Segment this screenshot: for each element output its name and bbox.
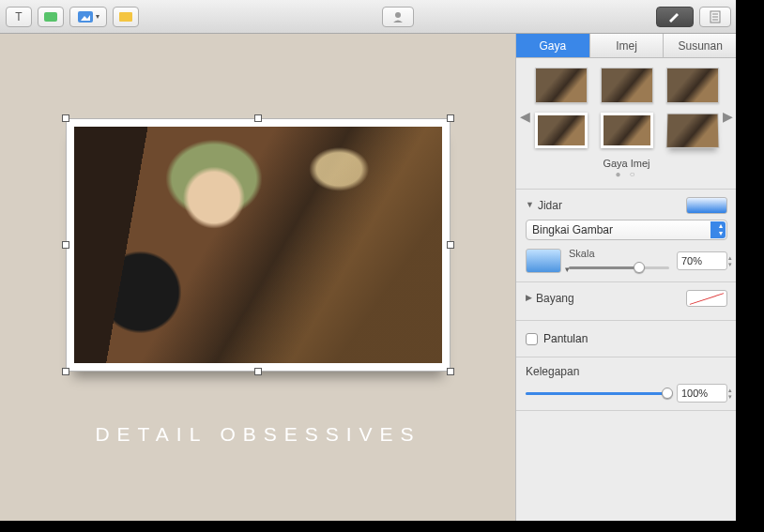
styles-label: Gaya Imej: [524, 158, 729, 169]
paintbrush-icon: [667, 11, 682, 23]
style-thumb[interactable]: [665, 114, 719, 148]
tab-style[interactable]: Gaya: [516, 34, 590, 57]
resize-handle[interactable]: [62, 368, 69, 375]
shape-icon: [44, 12, 57, 22]
collaborate-button[interactable]: [382, 7, 414, 27]
resize-handle[interactable]: [62, 241, 69, 249]
shadow-section: ▶ Bayang: [516, 281, 737, 320]
style-thumb[interactable]: [601, 113, 653, 148]
toolbar: T ▾: [0, 0, 737, 34]
shadow-style-swatch[interactable]: [686, 290, 727, 307]
opacity-section: Kelegapan 100% ▴▾: [516, 357, 737, 411]
image-content: [74, 127, 442, 363]
shadow-title: Bayang: [536, 292, 574, 305]
text-icon: T: [15, 10, 22, 23]
shape-tool-button[interactable]: [38, 7, 64, 27]
frame-preset-button[interactable]: [526, 249, 561, 273]
resize-handle[interactable]: [62, 114, 69, 122]
person-icon: [390, 10, 405, 23]
scale-slider[interactable]: [569, 261, 669, 274]
border-section: ▼ Jidar Bingkai Gambar ▴▾ Skala: [516, 189, 737, 281]
document-icon: [710, 10, 721, 23]
style-thumb[interactable]: [535, 68, 588, 103]
chevron-down-icon: ▾: [96, 12, 99, 21]
resize-handle[interactable]: [254, 114, 262, 122]
styles-prev-button[interactable]: ◀: [520, 109, 530, 124]
media-icon: [78, 11, 93, 23]
disclosure-triangle-icon[interactable]: ▼: [526, 200, 534, 209]
svg-rect-3: [119, 12, 132, 22]
resize-handle[interactable]: [447, 368, 454, 375]
format-button[interactable]: [656, 7, 694, 27]
text-tool-button[interactable]: T: [6, 7, 32, 27]
resize-handle[interactable]: [254, 368, 262, 375]
resize-handle[interactable]: [447, 114, 454, 122]
scale-value-field[interactable]: 70% ▴▾: [677, 251, 727, 270]
chevron-updown-icon: ▴▾: [719, 222, 723, 237]
styles-next-button[interactable]: ▶: [723, 109, 733, 124]
disclosure-triangle-icon[interactable]: ▶: [526, 293, 532, 302]
border-select-value: Bingkai Gambar: [532, 223, 613, 236]
selected-image[interactable]: [66, 118, 451, 372]
inspector-tabs: Gaya Imej Susunan: [516, 34, 737, 58]
styles-page-dots[interactable]: ● ○: [524, 169, 729, 179]
caption-text[interactable]: DETAIL OBSESSIVES: [66, 423, 451, 446]
border-type-select[interactable]: Bingkai Gambar ▴▾: [526, 220, 727, 240]
svg-rect-0: [44, 12, 57, 22]
format-inspector: Gaya Imej Susunan ◀ ▶ Gaya Imej ● ○: [515, 34, 737, 521]
opacity-value-field[interactable]: 100% ▴▾: [677, 384, 727, 403]
tab-arrange[interactable]: Susunan: [664, 34, 737, 57]
tab-image[interactable]: Imej: [590, 34, 665, 57]
opacity-label: Kelegapan: [526, 365, 727, 378]
style-thumb[interactable]: [666, 68, 719, 103]
document-button[interactable]: [699, 7, 731, 27]
border-style-swatch[interactable]: [686, 197, 727, 214]
resize-handle[interactable]: [447, 241, 454, 249]
reflection-section: Pantulan: [516, 320, 737, 357]
border-title: Jidar: [538, 199, 562, 212]
reflection-label: Pantulan: [543, 332, 588, 345]
media-tool-button[interactable]: ▾: [69, 7, 107, 27]
reflection-checkbox[interactable]: [526, 333, 538, 345]
image-styles-picker: ◀ ▶ Gaya Imej ● ○: [516, 58, 737, 189]
document-canvas[interactable]: DETAIL OBSESSIVES: [0, 34, 515, 521]
scale-label: Skala: [569, 248, 669, 259]
style-thumb[interactable]: [535, 113, 588, 148]
svg-point-4: [395, 12, 401, 18]
style-thumb[interactable]: [601, 68, 653, 103]
comment-tool-button[interactable]: [113, 7, 139, 27]
opacity-slider[interactable]: [526, 387, 667, 400]
comment-icon: [119, 12, 132, 22]
